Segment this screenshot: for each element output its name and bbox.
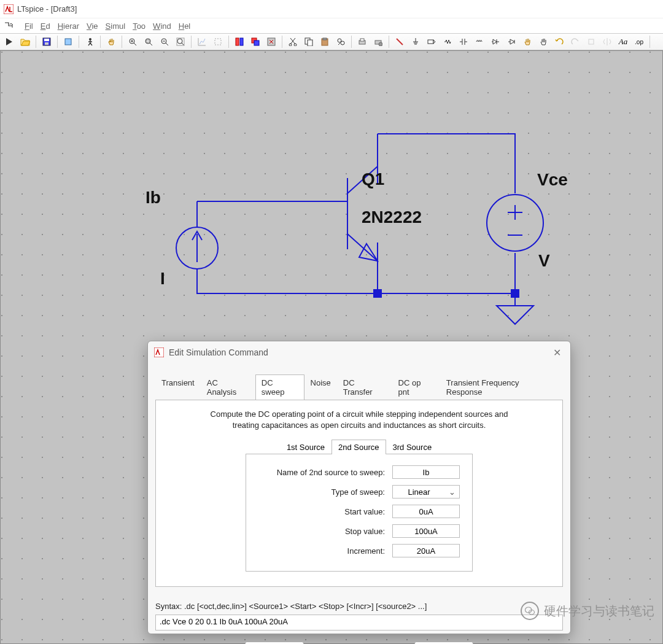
tab-noise[interactable]: Noise [304,374,337,400]
label-icon[interactable] [425,35,438,48]
start-label: Start value: [258,507,392,516]
svg-rect-14 [240,38,243,45]
autorange-icon[interactable] [195,35,209,48]
app-icon [4,4,14,14]
tile-icon[interactable] [233,35,246,48]
svg-rect-23 [323,38,327,40]
menu-simul[interactable]: Simul [102,21,130,31]
print-setup-icon[interactable] [371,35,385,48]
undo-icon[interactable] [552,35,566,48]
dialog-title-bar[interactable]: Edit Simulation Command ✕ [148,341,570,363]
tab-ac-analysis[interactable]: AC Analysis [201,374,255,400]
svg-rect-4 [65,39,71,45]
tab-transient[interactable]: Transient [155,374,201,400]
menu-bar: FilEdHierarVieSimulTooWindHel [0,18,663,33]
menu-hel[interactable]: Hel [175,21,195,31]
close-all-icon[interactable] [265,35,278,48]
find-icon[interactable] [334,35,347,48]
pan-icon[interactable] [104,35,118,48]
svg-rect-21 [308,40,312,46]
cascade-icon[interactable] [249,35,262,48]
component-icon[interactable] [505,35,518,48]
src-tab-1st-source[interactable]: 1st Source [280,440,332,454]
zoom-out-icon[interactable] [158,35,171,48]
dialog-title: Edit Simulation Command [169,347,268,357]
vce-label[interactable]: Vce [537,170,568,190]
command-box[interactable]: .dc Vce 0 20 0.1 Ib 0uA 100uA 20uA [155,615,563,630]
svg-rect-2 [44,39,49,41]
watermark: 硬件学习与读书笔记 [521,602,654,620]
tab-dc-transfer[interactable]: DC Transfer [337,374,392,400]
svg-rect-12 [215,39,221,45]
analysis-tabs: TransientAC AnalysisDC sweepNoiseDC Tran… [148,374,570,400]
src-tab-3rd-source[interactable]: 3rd Source [386,440,439,454]
cut-icon[interactable] [286,35,300,48]
doc-icon [4,21,14,31]
ground-icon[interactable] [409,35,422,48]
control-panel-icon[interactable] [61,35,75,48]
cancel-button[interactable]: Cancel [245,642,304,644]
paste-icon[interactable] [318,35,332,48]
resistor-icon[interactable] [441,35,454,48]
menu-fil[interactable]: Fil [21,21,37,31]
svg-rect-31 [589,39,594,44]
menu-ed[interactable]: Ed [37,21,54,31]
ib-label[interactable]: Ib [145,188,161,208]
close-icon[interactable]: ✕ [549,345,564,360]
menu-wind[interactable]: Wind [149,21,175,31]
tab-transient-frequency-response[interactable]: Transient Frequency Response [440,374,563,400]
source-tabs: 1st Source2nd Source3rd Source [168,440,550,454]
redo-icon[interactable] [568,35,582,48]
i-label[interactable]: I [160,269,165,289]
svg-rect-27 [360,39,364,41]
mirror-icon[interactable] [600,35,614,48]
start-value-input[interactable] [392,505,460,518]
svg-point-5 [89,38,91,41]
stop-value-input[interactable] [392,524,460,538]
svg-rect-8 [147,40,149,42]
open-icon[interactable] [18,35,32,48]
ok-button[interactable]: OK [414,642,473,644]
zoom-area-icon[interactable] [142,35,155,48]
syntax-hint: Syntax: .dc [<oct,dec,lin>] <Source1> <S… [155,602,563,611]
menu-vie[interactable]: Vie [83,21,102,31]
zoom-fit-icon[interactable] [174,35,187,48]
increment-input[interactable] [392,544,460,557]
q1-label[interactable]: Q1 [362,169,384,189]
tab-dc-op-pnt[interactable]: DC op pnt [392,374,440,400]
tab-dc-sweep[interactable]: DC sweep [255,374,304,400]
diode-icon[interactable] [489,35,502,48]
running-man-icon[interactable] [83,35,96,48]
drag-icon[interactable] [537,35,550,48]
wire-icon[interactable] [393,35,406,48]
run-icon[interactable] [2,35,16,48]
text-icon[interactable]: Aa [616,35,630,48]
move-icon[interactable] [521,35,534,48]
inductor-icon[interactable] [473,35,486,48]
app-icon [154,347,164,357]
spice-directive-icon[interactable]: .op [632,35,646,48]
svg-point-29 [379,42,382,46]
rotate-icon[interactable] [584,35,598,48]
toolbar: Aa .op [0,33,663,50]
type-label: Type of sweep: [258,487,392,497]
zoom-in-icon[interactable] [126,35,139,48]
q1-value[interactable]: 2N2222 [362,208,422,227]
marching-icon[interactable] [211,35,225,48]
source-name-input[interactable] [392,465,460,479]
save-icon[interactable] [40,35,53,48]
svg-point-10 [177,39,182,44]
src-tab-2nd-source[interactable]: 2nd Source [332,440,386,454]
menu-hierar[interactable]: Hierar [54,21,83,31]
wechat-icon [521,602,539,620]
capacitor-icon[interactable] [457,35,470,48]
svg-rect-13 [236,38,239,45]
copy-icon[interactable] [302,35,316,48]
chevron-down-icon: ⌄ [445,487,459,497]
menu-too[interactable]: Too [129,21,149,31]
title-bar: LTspice - [Draft3] [0,0,663,18]
sweep-type-select[interactable]: Linear ⌄ [392,485,460,499]
print-icon[interactable] [355,35,369,48]
svg-point-7 [145,39,150,44]
v-label[interactable]: V [538,251,550,271]
